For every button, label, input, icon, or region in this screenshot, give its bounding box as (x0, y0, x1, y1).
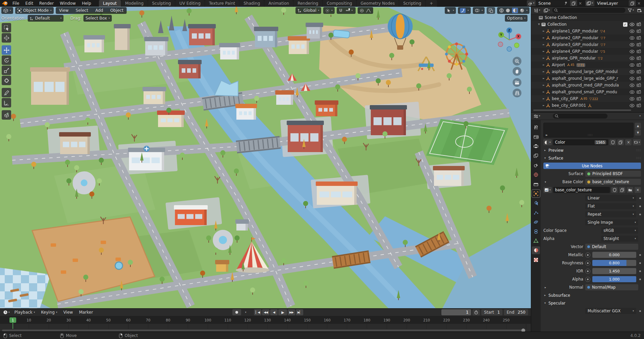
scene-unlink-button[interactable]: × (577, 1, 583, 6)
normal-input-button[interactable]: Normal/Map (585, 284, 638, 290)
transform-orientation-dropdown[interactable]: Global ▾ (295, 7, 321, 14)
options-dropdown[interactable]: Options ▾ (505, 15, 527, 22)
tab-tool[interactable] (532, 123, 540, 131)
tool-cursor[interactable] (2, 33, 11, 43)
outliner-object-row[interactable]: ► bee_city_GRP 95 ▽222 (531, 95, 644, 102)
outliner-object-row[interactable]: ► Airplane2_GRP_modular ▽7 (531, 34, 644, 41)
viewport-menu-item[interactable]: Add (93, 8, 106, 13)
ior-slider[interactable]: 1.450 (592, 268, 636, 274)
camera-visibility-icon[interactable] (637, 90, 641, 94)
slot-up-button[interactable]: ▲ (635, 123, 641, 129)
hide-eye-icon[interactable] (629, 50, 635, 53)
overlays-toggle[interactable]: ▾ (473, 7, 485, 14)
previous-keyframe-button[interactable]: ◀◀ (262, 309, 269, 315)
workspace-tab[interactable]: Layout (99, 0, 121, 7)
expand-icon[interactable]: ► (541, 50, 546, 53)
tool-transform[interactable] (2, 76, 11, 85)
slot-down-button[interactable]: ▼ (635, 129, 641, 136)
topbar-menu-item[interactable]: Window (57, 0, 79, 7)
snap-with-dropdown[interactable]: ▾ (344, 8, 354, 13)
browse-image-button[interactable]: ▾ (543, 187, 552, 193)
camera-visibility-icon[interactable] (637, 63, 641, 67)
projection-dropdown[interactable]: Flat▾ (585, 203, 636, 209)
extension-dropdown[interactable]: Repeat▾ (585, 211, 636, 217)
hide-eye-icon[interactable] (629, 83, 635, 87)
editor-type-button[interactable]: ▾ (1, 7, 13, 14)
camera-visibility-icon[interactable] (637, 49, 641, 53)
camera-view-button[interactable] (513, 78, 521, 87)
hide-eye-icon[interactable] (629, 70, 635, 74)
outliner-filter-button[interactable]: ▾ (627, 8, 635, 13)
toggle-perspective-button[interactable] (513, 89, 521, 97)
workspace-tab[interactable]: Texture Paint (205, 0, 239, 7)
tab-material[interactable] (532, 246, 540, 254)
tool-select-box[interactable] (2, 23, 11, 32)
workspace-tab[interactable]: Compositing (323, 0, 356, 7)
outliner-collection-row[interactable]: ▼ Collection ✓ (531, 21, 644, 28)
timeline-editor-type-button[interactable]: ▾ (2, 310, 11, 315)
workspace-tab[interactable]: Rendering (293, 0, 322, 7)
camera-visibility-icon[interactable] (637, 29, 641, 33)
viewport-3d[interactable]: ▾ Object Mode ▾ ViewSelectAddObject Glob… (0, 7, 531, 308)
viewport-menu-item[interactable]: View (56, 8, 71, 13)
expand-icon[interactable]: ▸ (543, 286, 547, 289)
viewport-menu-item[interactable]: Object (107, 8, 126, 13)
outliner-object-row[interactable]: ► asphalt_ground_large_GRP_modul ▽ (531, 68, 644, 75)
hide-eye-icon[interactable] (629, 43, 635, 47)
hide-eye-icon[interactable] (629, 36, 635, 40)
timeline-track-area[interactable] (0, 324, 531, 329)
camera-visibility-icon[interactable] (637, 56, 641, 60)
current-frame-marker[interactable]: 1 (9, 317, 16, 323)
specular-panel-header[interactable]: ▾ Specular (543, 300, 641, 306)
preview-panel-header[interactable]: ▸ Preview ∷∷ (543, 147, 641, 153)
workspace-tab[interactable]: Sculpting (148, 0, 175, 7)
subsurface-panel-header[interactable]: ▸ Subsurface (543, 292, 641, 298)
material-slot-list[interactable]: ►∷∷ (543, 123, 634, 138)
pivot-point-dropdown[interactable]: ▾ (323, 7, 335, 14)
new-material-button[interactable] (617, 139, 624, 145)
playback-menu[interactable]: Playback▾ (12, 310, 37, 315)
surface-panel-header[interactable]: ▾ Surface ∷∷ (543, 155, 641, 161)
camera-visibility-icon[interactable] (637, 70, 641, 74)
input-socket[interactable] (585, 261, 590, 266)
expand-icon[interactable]: ► (545, 134, 548, 137)
camera-visibility-icon[interactable] (637, 83, 641, 87)
outliner-object-row[interactable]: ► asphalt_ground_small_GRP_modu ▽ (531, 89, 644, 95)
expand-icon[interactable]: ► (541, 91, 546, 93)
hide-eye-icon[interactable] (629, 56, 635, 60)
visibility-dropdown[interactable]: ▾ (445, 7, 456, 14)
use-preview-range-button[interactable] (472, 309, 480, 315)
tool-add-cube[interactable] (2, 110, 11, 120)
properties-filter-dropdown[interactable]: ▾ (639, 115, 641, 117)
alpha-slider[interactable]: 1.000 (592, 276, 636, 282)
topbar-menu-item[interactable]: Render (36, 0, 57, 7)
expand-icon[interactable]: ► (541, 84, 546, 87)
outliner-object-row[interactable]: ► airplane4_GRP_modular ▽5 (531, 48, 644, 55)
play-reverse-button[interactable]: ◀ (270, 309, 278, 315)
hide-eye-icon[interactable] (629, 63, 635, 67)
tab-texture[interactable] (532, 256, 540, 264)
outliner-object-row[interactable]: ► airplane_GPR_modular ▽2 (531, 55, 644, 62)
topbar-menu-item[interactable]: File (9, 0, 22, 7)
expand-icon[interactable]: ► (541, 70, 546, 73)
input-socket[interactable] (585, 269, 590, 274)
jump-to-end-button[interactable]: ▶▏ (296, 309, 303, 315)
metallic-slider[interactable]: 0.000 (592, 252, 636, 258)
camera-visibility-icon[interactable] (637, 97, 641, 101)
expand-icon[interactable]: ► (541, 64, 546, 66)
use-nodes-button[interactable]: Use Nodes (543, 163, 641, 169)
tab-view-layer[interactable] (532, 152, 540, 160)
base-color-input-button[interactable]: base_color_texture (585, 179, 641, 185)
falloff-curve-icon[interactable] (366, 8, 371, 13)
workspace-tab[interactable]: Scripting (399, 0, 425, 7)
material-preview-shading-active[interactable] (512, 8, 518, 13)
unlink-material-button[interactable]: × (625, 139, 632, 145)
topbar-menu-item[interactable]: Help (79, 0, 94, 7)
workspace-tab[interactable]: + (426, 0, 437, 7)
material-name-field[interactable]: Color 1565 (553, 139, 609, 145)
tab-object-data[interactable] (532, 237, 540, 245)
play-button[interactable]: ▶ (278, 309, 287, 315)
workspace-tab[interactable]: Animation (264, 0, 293, 7)
expand-icon[interactable]: ► (541, 43, 546, 46)
start-frame-field[interactable]: Start 1 (481, 309, 503, 315)
